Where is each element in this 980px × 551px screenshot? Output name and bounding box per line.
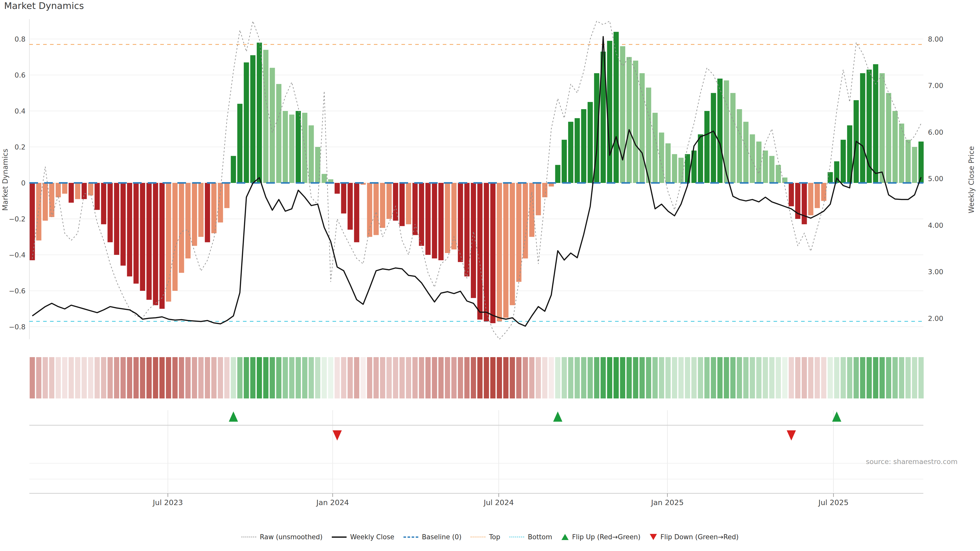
- heatmap-cell: [361, 357, 366, 399]
- left-axis-title: Market Dynamics: [1, 137, 10, 223]
- heatmap-cell: [43, 357, 48, 399]
- dynamics-bar: [380, 183, 385, 228]
- left-tick-label: 0.2: [14, 143, 25, 151]
- dynamics-bar: [918, 141, 924, 183]
- heatmap-cell: [399, 357, 404, 399]
- heatmap-cell: [685, 357, 690, 399]
- dynamics-bar: [665, 143, 670, 183]
- dynamics-bar: [802, 183, 807, 224]
- heatmap-cell: [95, 357, 100, 399]
- x-tick-label: Jul 2023: [152, 498, 183, 507]
- dynamics-bar: [912, 147, 917, 183]
- right-tick-label: 6.00: [928, 128, 943, 136]
- heatmap-cell: [458, 357, 463, 399]
- heatmap-cell: [510, 357, 515, 399]
- heatmap-cell: [659, 357, 664, 399]
- heatmap-cell: [866, 357, 872, 399]
- heatmap-cell: [640, 357, 645, 399]
- dynamics-bar: [652, 113, 658, 183]
- legend-line-sample: [509, 537, 524, 537]
- heatmap-cell: [490, 357, 495, 399]
- heatmap-cell: [237, 357, 242, 399]
- dynamics-bar: [704, 111, 710, 183]
- dynamics-bar: [568, 122, 573, 183]
- dynamics-bar: [808, 183, 813, 215]
- dynamics-bar: [276, 84, 281, 183]
- heatmap-cell: [503, 357, 508, 399]
- flip-up-marker: [553, 411, 563, 422]
- legend-label: Weekly Close: [350, 533, 394, 541]
- dynamics-bar: [575, 118, 580, 183]
- heatmap-cell: [646, 357, 651, 399]
- heatmap-cell: [730, 357, 735, 399]
- heatmap-cell: [185, 357, 190, 399]
- left-tick-label: −0.4: [9, 251, 25, 259]
- heatmap-cell: [107, 357, 113, 399]
- legend-label: Flip Up (Red→Green): [572, 533, 641, 541]
- heatmap-cell: [328, 357, 333, 399]
- dynamics-bar: [555, 165, 560, 183]
- dynamics-bar: [354, 183, 359, 242]
- heatmap-cell: [536, 357, 541, 399]
- dynamics-bar: [711, 93, 716, 183]
- dynamics-bar: [562, 140, 567, 183]
- dynamics-bar: [289, 114, 294, 183]
- flip-down-marker: [332, 430, 342, 441]
- dynamics-bar: [756, 141, 761, 183]
- dynamics-bar: [49, 183, 54, 217]
- heatmap-cell: [516, 357, 522, 399]
- page-title: Market Dynamics: [4, 0, 84, 11]
- legend-label: Flip Down (Green→Red): [660, 533, 738, 541]
- dynamics-bar: [237, 104, 242, 183]
- legend-label: Baseline (0): [422, 533, 461, 541]
- dynamics-bar: [140, 183, 145, 291]
- dynamics-bar: [718, 79, 722, 183]
- heatmap-cell: [743, 357, 749, 399]
- legend-item-6: Flip Down (Green→Red): [650, 533, 738, 541]
- dynamics-bar: [860, 73, 865, 183]
- heatmap-cell: [315, 357, 320, 399]
- dynamics-bar: [536, 183, 541, 215]
- dynamics-bar: [542, 183, 547, 197]
- heatmap-cell: [614, 357, 619, 399]
- heatmap-cell: [808, 357, 813, 399]
- heatmap-cell: [153, 357, 158, 399]
- heatmap-cell: [452, 357, 457, 399]
- heatmap-cell: [737, 357, 742, 399]
- flip-down-marker: [787, 430, 796, 441]
- heatmap-cell: [821, 357, 826, 399]
- dynamics-bar: [283, 111, 288, 183]
- heatmap-cell: [523, 357, 528, 399]
- heatmap-cell: [146, 357, 151, 399]
- heatmap-cell: [841, 357, 846, 399]
- heatmap-cell: [815, 357, 820, 399]
- heatmap-cell: [172, 357, 178, 399]
- dynamics-bar: [730, 93, 735, 183]
- dynamics-bar: [250, 55, 256, 183]
- dynamics-bar: [743, 122, 749, 183]
- dynamics-bar: [678, 158, 683, 183]
- left-tick-label: −0.6: [9, 287, 25, 295]
- legend-label: Bottom: [528, 533, 552, 541]
- dynamics-bar: [75, 183, 80, 199]
- left-tick-label: 0.6: [14, 71, 25, 79]
- dynamics-bar: [185, 183, 190, 259]
- dynamics-bar: [769, 156, 774, 183]
- dynamics-bar: [121, 183, 126, 265]
- dynamics-bar: [737, 109, 742, 183]
- flip-down-icon: [650, 534, 657, 540]
- heatmap-cell: [218, 357, 223, 399]
- dynamics-bar: [406, 183, 411, 224]
- right-tick-label: 8.00: [928, 35, 943, 43]
- heatmap-cell: [484, 357, 489, 399]
- heatmap-cell: [211, 357, 216, 399]
- legend-item-2: Baseline (0): [404, 533, 461, 541]
- source-note: source: sharemaestro.com: [866, 457, 958, 465]
- heatmap-cell: [30, 357, 35, 399]
- dynamics-bar: [698, 135, 703, 183]
- heatmap-cell: [828, 357, 833, 399]
- heatmap-cell: [860, 357, 865, 399]
- dynamics-bar: [43, 183, 48, 221]
- dynamics-bar: [153, 183, 158, 305]
- heatmap-cell: [412, 357, 417, 399]
